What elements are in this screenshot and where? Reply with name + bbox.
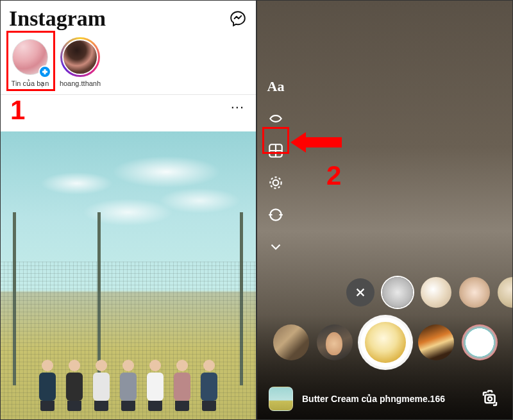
filter-row-secondary[interactable] bbox=[257, 277, 513, 308]
filter-row-main[interactable] bbox=[257, 317, 513, 367]
filter-option[interactable] bbox=[498, 277, 513, 308]
filter-option[interactable] bbox=[317, 324, 353, 360]
post-header: ... bbox=[0, 95, 256, 113]
close-filters-button[interactable] bbox=[346, 278, 374, 307]
selected-filter-preview bbox=[365, 322, 406, 363]
your-story-label: Tin của bạn bbox=[12, 80, 49, 88]
camera-bottom-bar: Butter Cream của phngmeme.166 bbox=[257, 387, 513, 411]
your-story[interactable]: Tin của bạn bbox=[8, 37, 53, 88]
text-tool-icon[interactable]: Aa bbox=[266, 77, 285, 96]
svg-point-6 bbox=[488, 397, 492, 401]
story-label: hoang.tthanh bbox=[60, 80, 101, 87]
svg-point-1 bbox=[270, 177, 281, 188]
boomerang-icon[interactable] bbox=[266, 109, 285, 128]
instagram-header: Instagram bbox=[0, 0, 256, 35]
layout-icon[interactable] bbox=[266, 141, 285, 160]
filter-option[interactable] bbox=[418, 324, 454, 360]
switch-camera-icon[interactable] bbox=[478, 387, 501, 410]
svg-point-2 bbox=[273, 180, 279, 186]
story-creation-toolbar: Aa bbox=[266, 77, 285, 256]
story-item[interactable]: hoang.tthanh bbox=[58, 37, 103, 88]
chevron-down-icon[interactable] bbox=[266, 237, 285, 256]
stories-row[interactable]: Tin của bạn hoang.tthanh bbox=[0, 35, 256, 95]
filter-option[interactable] bbox=[382, 277, 413, 308]
feed-post-image[interactable] bbox=[0, 131, 256, 420]
filter-option[interactable] bbox=[421, 277, 451, 308]
filter-option[interactable] bbox=[462, 324, 498, 360]
story-camera-screen: Aa 2 bbox=[257, 0, 513, 420]
filter-option[interactable] bbox=[273, 324, 309, 360]
multi-capture-icon[interactable] bbox=[266, 173, 285, 192]
filter-option[interactable] bbox=[459, 277, 490, 308]
instagram-logo: Instagram bbox=[9, 6, 106, 31]
selected-filter-name: Butter Cream của phngmeme.166 bbox=[302, 394, 469, 404]
messenger-icon[interactable] bbox=[229, 10, 247, 28]
plus-icon bbox=[38, 65, 51, 78]
instagram-feed-screen: Instagram Tin của bạn bbox=[0, 0, 257, 420]
gallery-thumbnail[interactable] bbox=[269, 387, 293, 411]
level-icon[interactable] bbox=[266, 205, 285, 224]
shutter-button[interactable] bbox=[360, 317, 410, 367]
